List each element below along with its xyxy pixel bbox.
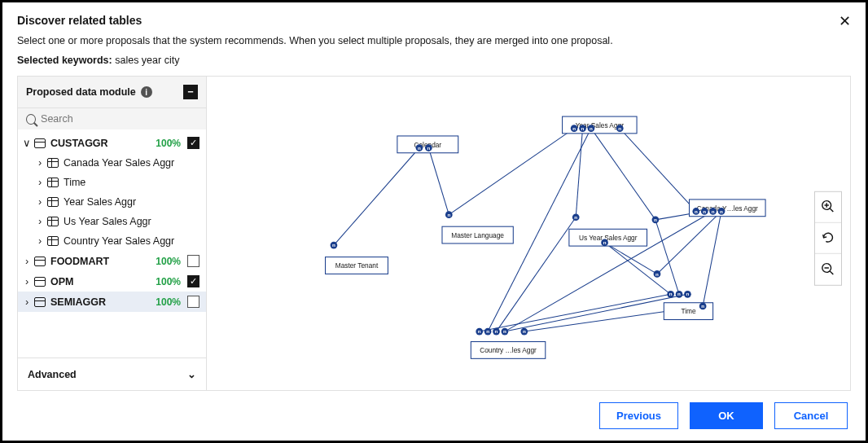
chevron-down-icon: ∨ [21, 137, 33, 149]
zoom-out-icon [821, 261, 835, 276]
chevron-right-icon: › [34, 196, 46, 208]
table-icon [47, 178, 59, 187]
tree-item-label: OPM [50, 276, 156, 287]
zoom-out-button[interactable] [815, 253, 841, 284]
chevron-right-icon: › [21, 296, 33, 308]
zoom-controls [814, 191, 842, 285]
svg-text:n: n [712, 208, 715, 214]
svg-line-26 [830, 208, 833, 212]
search-row [18, 107, 206, 129]
tree-subitem[interactable]: ›Country Year Sales Aggr [18, 231, 206, 251]
tree-subitem-label: Canada Year Sales Aggr [64, 157, 199, 169]
chevron-right-icon: › [21, 276, 33, 287]
content-row: Proposed data module i − ∨CUSTAGGR100%✓›… [17, 76, 851, 391]
table-icon [47, 197, 59, 207]
tree-subitem-label: Year Sales Aggr [64, 196, 199, 208]
tree-subitem-label: Us Year Sales Aggr [64, 216, 199, 227]
graph-edge [480, 294, 671, 331]
svg-text:n: n [686, 292, 690, 297]
tree-item-foodmart[interactable]: ›FOODMART100% [18, 251, 206, 271]
proposal-checkbox[interactable] [187, 255, 199, 267]
svg-text:n: n [495, 328, 498, 334]
graph-edge [576, 129, 582, 217]
previous-button[interactable]: Previous [599, 402, 678, 429]
cancel-button[interactable]: Cancel [774, 402, 848, 429]
tree-subitem[interactable]: ›Us Year Sales Aggr [18, 212, 206, 231]
tree-subitem-label: Time [64, 177, 199, 188]
proposal-checkbox[interactable]: ✓ [187, 137, 199, 149]
svg-line-30 [830, 271, 833, 274]
svg-text:n: n [427, 145, 430, 151]
match-percent: 100% [156, 138, 181, 149]
info-icon[interactable]: i [141, 86, 152, 98]
panel-title: Proposed data module [26, 86, 136, 98]
graph-node-label: Master Tenant [335, 261, 379, 270]
svg-text:n: n [590, 125, 593, 131]
advanced-label: Advanced [28, 369, 77, 380]
tree-item-semiaggr[interactable]: ›SEMIAGGR100% [18, 292, 206, 312]
graph-edge [449, 129, 574, 215]
search-input[interactable] [41, 113, 198, 125]
graph-edge [655, 220, 679, 294]
chevron-right-icon: › [34, 157, 46, 169]
tree-subitem[interactable]: ›Time [18, 173, 206, 192]
dialog-header: Discover related tables ✕ [17, 14, 851, 35]
database-icon [34, 297, 46, 307]
svg-text:n: n [503, 328, 506, 334]
graph-edge [428, 148, 449, 215]
zoom-reset-button[interactable] [815, 222, 841, 253]
dialog-title: Discover related tables [17, 14, 142, 27]
graph-edge [620, 129, 696, 212]
svg-text:n: n [701, 303, 704, 309]
zoom-in-button[interactable] [815, 191, 841, 222]
search-icon [26, 114, 36, 125]
svg-text:n: n [654, 217, 657, 222]
tree-subitem[interactable]: ›Canada Year Sales Aggr [18, 153, 206, 173]
proposals-tree: ∨CUSTAGGR100%✓›Canada Year Sales Aggr›Ti… [18, 129, 206, 315]
proposal-checkbox[interactable]: ✓ [187, 275, 199, 287]
graph-edge [703, 211, 721, 305]
graph-edge [657, 211, 721, 274]
table-icon [47, 158, 59, 168]
proposal-checkbox[interactable] [187, 296, 199, 308]
svg-text:n: n [703, 208, 706, 214]
advanced-toggle[interactable]: Advanced ⌄ [18, 357, 206, 390]
dialog-instructions: Select one or more proposals that the sy… [17, 35, 851, 46]
match-percent: 100% [156, 296, 181, 308]
zoom-in-icon [821, 200, 835, 214]
close-icon[interactable]: ✕ [839, 14, 851, 29]
table-icon [47, 217, 59, 226]
keywords-label: Selected keywords: [17, 55, 112, 66]
svg-text:n: n [669, 292, 673, 297]
database-icon [34, 138, 46, 148]
svg-text:n: n [332, 242, 335, 248]
tree-item-custaggr[interactable]: ∨CUSTAGGR100%✓ [18, 133, 206, 153]
chevron-right-icon: › [21, 256, 33, 267]
match-percent: 100% [156, 276, 181, 287]
tree-item-label: FOODMART [50, 256, 156, 267]
svg-text:n: n [581, 125, 585, 131]
panel-collapse-button[interactable]: − [183, 85, 198, 99]
chevron-down-icon: ⌄ [187, 368, 196, 380]
graph-edge [505, 294, 688, 331]
graph-node-label: Time [681, 307, 696, 315]
reset-icon [821, 230, 835, 245]
chevron-right-icon: › [34, 216, 46, 227]
svg-text:n: n [720, 208, 723, 214]
svg-text:n: n [574, 214, 577, 220]
dialog-footer: Previous OK Cancel [17, 391, 851, 441]
match-percent: 100% [156, 256, 181, 267]
chevron-right-icon: › [34, 177, 46, 188]
svg-text:n: n [418, 145, 421, 151]
svg-text:n: n [572, 125, 576, 131]
panel-header: Proposed data module i − [18, 77, 206, 107]
graph-edge [334, 148, 419, 246]
svg-text:n: n [523, 328, 526, 334]
proposals-panel: Proposed data module i − ∨CUSTAGGR100%✓›… [18, 77, 207, 390]
tree-item-opm[interactable]: ›OPM100%✓ [18, 271, 206, 292]
graph-node-label: Us Year Sales Aggr [579, 234, 638, 242]
ok-button[interactable]: OK [690, 402, 763, 429]
graph-canvas[interactable]: CalendarYear Sales AggrMaster LanguageMa… [207, 77, 850, 390]
tree-subitem[interactable]: ›Year Sales Aggr [18, 192, 206, 212]
tree-subitem-label: Country Year Sales Aggr [64, 235, 199, 247]
